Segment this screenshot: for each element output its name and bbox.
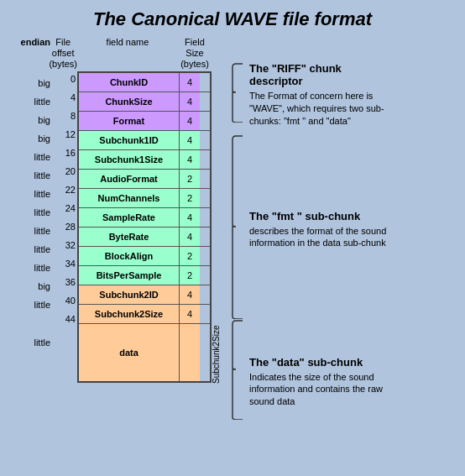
field-size-cell: 4 bbox=[180, 150, 200, 169]
endian-value: little bbox=[34, 166, 50, 185]
data-text: Indicates the size of the sound informat… bbox=[249, 371, 394, 409]
offset-value: 0 bbox=[65, 72, 76, 91]
field-name-cell: NumChannels bbox=[79, 189, 180, 207]
fmt-annotation: The "fmt " sub-chunk describes the forma… bbox=[231, 134, 394, 319]
field-name-cell: Subchunk1Size bbox=[79, 150, 180, 169]
field-size-cell: 2 bbox=[180, 247, 200, 265]
field-size-cell: 4 bbox=[180, 92, 200, 111]
endian-value: little bbox=[34, 222, 50, 240]
field-size-cell: 4 bbox=[180, 228, 200, 246]
endian-value: little bbox=[34, 296, 50, 314]
field-size-cell: 4 bbox=[180, 131, 200, 149]
data-brace bbox=[231, 319, 246, 420]
fmt-title: The "fmt " sub-chunk bbox=[249, 210, 394, 222]
offset-value: 22 bbox=[65, 183, 76, 201]
annotations-panel: The "RIFF" chunk descriptor The Format o… bbox=[231, 62, 394, 420]
table-row: NumChannels2 bbox=[79, 189, 210, 208]
field-name-cell: ByteRate bbox=[79, 228, 180, 246]
endian-value: big bbox=[34, 277, 50, 296]
endian-value: little bbox=[34, 240, 50, 259]
field-size-header: Field Size (bytes) bbox=[178, 37, 212, 71]
offset-header: File offset (bytes) bbox=[49, 37, 77, 71]
table-row: Format4 bbox=[79, 112, 210, 131]
riff-brace bbox=[231, 62, 246, 123]
data-title: The "data" sub-chunk bbox=[249, 356, 394, 369]
field-name-cell: Format bbox=[79, 112, 180, 130]
table-row: ChunkID4 bbox=[79, 73, 210, 92]
endian-value: little bbox=[34, 259, 50, 277]
endian-value: little bbox=[34, 203, 50, 222]
endian-value: big bbox=[34, 74, 50, 92]
field-name-cell: SampleRate bbox=[79, 208, 180, 227]
endian-value: big bbox=[34, 111, 50, 129]
riff-title: The "RIFF" chunk descriptor bbox=[249, 62, 394, 87]
field-name-cell: data bbox=[79, 324, 180, 381]
page: The Canonical WAVE file format endian bi… bbox=[0, 0, 465, 476]
table-row: SampleRate4 bbox=[79, 208, 210, 228]
field-size-cell: 2 bbox=[180, 170, 200, 188]
offset-value: 24 bbox=[65, 201, 76, 220]
offset-value: 28 bbox=[65, 220, 76, 238]
offset-value: 8 bbox=[65, 109, 76, 128]
offset-value: 4 bbox=[65, 91, 76, 109]
offset-value: 20 bbox=[65, 165, 76, 183]
field-size-cell: 4 bbox=[180, 73, 200, 92]
field-name-cell: BitsPerSample bbox=[79, 266, 180, 285]
offset-value: 34 bbox=[65, 257, 76, 275]
field-name-cell: AudioFormat bbox=[79, 170, 180, 188]
page-title: The Canonical WAVE file format bbox=[8, 8, 457, 30]
table-row: BlockAlign2 bbox=[79, 247, 210, 266]
offset-value: 36 bbox=[65, 275, 76, 294]
fmt-text: describes the format of the sound inform… bbox=[249, 225, 394, 250]
field-size-cell: 2 bbox=[180, 266, 200, 285]
endian-value: little bbox=[34, 148, 50, 166]
field-name-cell: Subchunk2Size bbox=[79, 305, 180, 323]
endian-value: little bbox=[34, 92, 50, 111]
table-row: Subchunk1Size4 bbox=[79, 150, 210, 170]
field-size-cell: 2 bbox=[180, 189, 200, 207]
endian-header: endian bbox=[21, 37, 50, 47]
field-name-cell: Subchunk1ID bbox=[79, 131, 180, 149]
riff-text: The Format of concern here is "WAVE", wh… bbox=[249, 90, 394, 128]
field-name-cell: BlockAlign bbox=[79, 247, 180, 265]
offset-value: 16 bbox=[65, 146, 76, 165]
table-row: Subchunk2Size4 bbox=[79, 305, 210, 324]
offset-value: 44 bbox=[65, 312, 76, 369]
data-annotation: The "data" sub-chunk Indicates the size … bbox=[231, 319, 394, 420]
riff-annotation: The "RIFF" chunk descriptor The Format o… bbox=[231, 62, 394, 128]
offset-value: 12 bbox=[65, 128, 76, 146]
field-name-cell: ChunkSize bbox=[79, 92, 180, 111]
fmt-brace bbox=[231, 134, 246, 319]
table-row: AudioFormat2 bbox=[79, 170, 210, 189]
field-size-cell bbox=[180, 324, 200, 381]
subchunk2size-label: Subchunk2Size bbox=[212, 326, 221, 383]
field-size-cell: 4 bbox=[180, 305, 200, 323]
offset-value: 40 bbox=[65, 294, 76, 312]
field-name-header: field name bbox=[77, 37, 178, 71]
table-row: Subchunk1ID4 bbox=[79, 131, 210, 150]
table-row: BitsPerSample2 bbox=[79, 266, 210, 285]
table-row: data bbox=[79, 324, 210, 381]
field-size-cell: 4 bbox=[180, 208, 200, 227]
table-row: ChunkSize4 bbox=[79, 92, 210, 112]
table-row: ByteRate4 bbox=[79, 228, 210, 247]
endian-value: big bbox=[34, 129, 50, 148]
field-name-cell: Subchunk2ID bbox=[79, 285, 180, 304]
endian-value: little bbox=[34, 185, 50, 203]
endian-value: little bbox=[34, 314, 50, 371]
offset-value: 32 bbox=[65, 238, 76, 257]
field-size-cell: 4 bbox=[180, 285, 200, 304]
table-row: Subchunk2ID4 bbox=[79, 285, 210, 305]
field-name-cell: ChunkID bbox=[79, 73, 180, 92]
field-size-cell: 4 bbox=[180, 112, 200, 130]
